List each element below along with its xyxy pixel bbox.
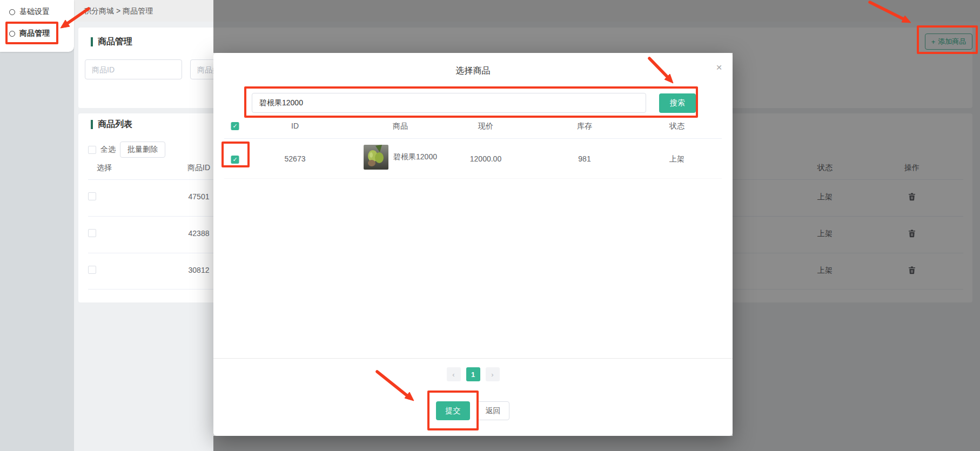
section-bar-icon [91,37,93,46]
search-button[interactable]: 搜索 [659,93,696,113]
sidebar-item-label: 基础设置 [19,7,50,17]
sidebar: 基础设置 商品管理 [0,0,74,451]
pagination: ‹ 1 › [213,367,733,381]
modal-footer-divider [213,358,733,359]
sidebar-item-label: 商品管理 [19,29,50,38]
select-product-modal: 选择商品 × 搜索 ✓ ID 商品 现价 库存 状态 ✓ 52673 [213,53,733,436]
cell-product-id: 47501 [189,192,210,201]
modal-cell-stock: 981 [578,154,590,163]
check-icon: ✓ [232,123,237,129]
sidebar-menu: 基础设置 商品管理 [0,0,74,52]
pagination-prev-button[interactable]: ‹ [447,367,461,381]
modal-search-input[interactable] [252,93,646,113]
breadcrumb: 积分商城 > 商品管理 [84,6,153,16]
row-checkbox[interactable] [88,229,96,237]
select-all-checkbox[interactable] [88,146,96,154]
close-icon[interactable]: × [713,62,725,73]
section-title-text: 商品管理 [98,36,132,48]
modal-cell-id: 52673 [285,154,306,163]
modal-select-all-checkbox[interactable]: ✓ [231,120,239,130]
modal-cell-price: 12000.00 [470,154,501,163]
batch-delete-button[interactable]: 批量删除 [120,142,165,158]
circle-icon [9,9,15,15]
row-checkbox[interactable] [88,192,96,200]
sidebar-item-product-manage[interactable]: 商品管理 [0,24,74,43]
modal-col-stock: 库存 [577,122,592,131]
modal-col-status: 状态 [669,122,684,131]
modal-col-id: ID [291,122,299,130]
modal-row-checkbox[interactable]: ✓ [231,154,239,164]
submit-button[interactable]: 提交 [436,401,470,420]
modal-table-divider [224,138,722,139]
modal-cell-product-name: 碧根果12000 [393,152,437,162]
back-button[interactable]: 返回 [476,401,509,420]
col-header-product-id: 商品ID [187,163,210,173]
col-header-select: 选择 [97,163,112,173]
cell-product-id: 42388 [189,229,210,238]
modal-backdrop[interactable] [213,0,733,53]
pagination-page-1[interactable]: 1 [466,367,480,381]
app-screen: 积分商城 > 商品管理 商品管理 + 添加商品 商品列表 全选 批量删除 选择 … [0,0,980,451]
check-icon: ✓ [232,157,237,163]
list-controls: 全选 批量删除 [88,142,165,158]
modal-col-price: 现价 [478,122,493,131]
pagination-next-button[interactable]: › [486,367,500,381]
cell-product-id: 30812 [189,266,210,274]
product-id-filter-input[interactable] [85,59,182,79]
section-title-text: 商品列表 [98,119,132,130]
modal-title: 选择商品 [213,65,733,77]
row-checkbox[interactable] [88,266,96,274]
product-image [364,145,388,170]
modal-backdrop[interactable] [733,0,980,451]
modal-backdrop[interactable] [213,436,733,451]
modal-cell-product: 碧根果12000 [364,145,437,170]
circle-icon [9,31,15,37]
section-bar-icon [91,120,93,129]
modal-col-product: 商品 [393,122,408,131]
modal-cell-status: 上架 [669,154,684,164]
modal-row-divider [224,178,722,179]
section-title-product-list: 商品列表 [91,119,132,130]
section-title-product-manage: 商品管理 [91,36,132,48]
select-all-label: 全选 [100,145,116,154]
sidebar-item-basic-settings[interactable]: 基础设置 [0,3,74,21]
